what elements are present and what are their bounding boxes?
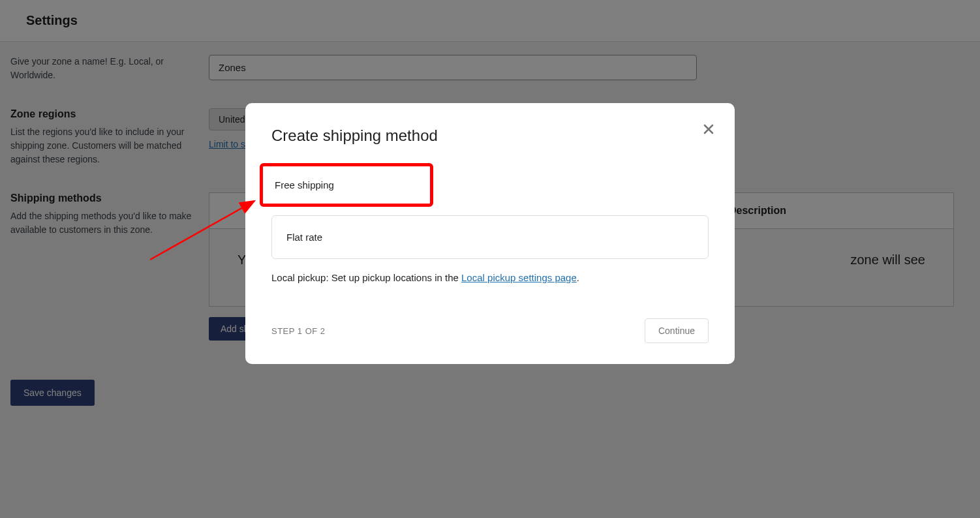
modal-footer: STEP 1 OF 2 Continue [271,318,709,343]
modal-overlay[interactable]: Create shipping method Free shipping Fla… [0,0,980,518]
local-pickup-link[interactable]: Local pickup settings page [461,272,577,283]
close-icon[interactable] [701,121,716,137]
local-pickup-text: Local pickup: Set up pickup locations in… [271,272,709,283]
option-label: Flat rate [286,232,322,243]
shipping-option-flat-rate[interactable]: Flat rate [271,215,709,259]
create-shipping-method-modal: Create shipping method Free shipping Fla… [245,103,735,364]
continue-button[interactable]: Continue [645,318,709,343]
close-icon-svg [703,124,714,134]
shipping-option-free[interactable]: Free shipping [260,163,433,207]
step-indicator: STEP 1 OF 2 [271,326,326,336]
modal-title: Create shipping method [271,127,709,145]
option-label: Free shipping [275,179,334,190]
